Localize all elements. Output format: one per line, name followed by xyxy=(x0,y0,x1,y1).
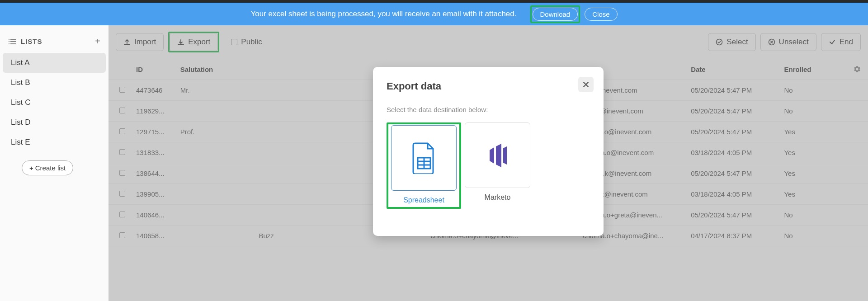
main-panel: Import Export Public Sel xyxy=(108,25,868,301)
close-banner-button[interactable]: Close xyxy=(585,8,617,21)
marketo-card[interactable] xyxy=(465,122,530,188)
sidebar-item-list-d[interactable]: List D xyxy=(0,113,108,132)
close-icon xyxy=(582,81,590,88)
lists-icon xyxy=(8,38,16,45)
spreadsheet-label: Spreadsheet xyxy=(403,196,444,204)
sidebar-title-label: LISTS xyxy=(21,38,42,45)
banner-message: Your excel sheet is being processed, you… xyxy=(250,9,516,19)
sidebar-title: LISTS xyxy=(8,38,42,45)
marketo-label: Marketo xyxy=(485,193,511,202)
sidebar-item-list-a[interactable]: List A xyxy=(3,53,106,73)
export-modal: Export data Select the data destination … xyxy=(373,67,604,236)
notification-banner: Your excel sheet is being processed, you… xyxy=(0,3,868,25)
close-modal-button[interactable] xyxy=(578,77,594,92)
sidebar-header: LISTS + xyxy=(0,30,108,53)
marketo-option[interactable]: Marketo xyxy=(465,122,530,209)
modal-subtitle: Select the data destination below: xyxy=(387,106,590,113)
create-list-label: Create list xyxy=(35,164,66,172)
download-highlight: Download xyxy=(530,5,580,23)
destination-row: Spreadsheet Marketo xyxy=(387,122,590,209)
download-button[interactable]: Download xyxy=(533,8,578,21)
spreadsheet-card[interactable] xyxy=(391,125,457,191)
modal-title: Export data xyxy=(387,80,590,92)
create-list-button[interactable]: + Create list xyxy=(22,160,73,175)
spreadsheet-option[interactable]: Spreadsheet xyxy=(391,125,457,204)
svg-marker-12 xyxy=(490,147,494,164)
banner-buttons: Download Close xyxy=(530,5,618,23)
sidebar-item-list-e[interactable]: List E xyxy=(0,132,108,152)
sidebar: LISTS + List A List B List C List D List… xyxy=(0,25,108,301)
sidebar-list: List A List B List C List D List E xyxy=(0,53,108,152)
content-area: LISTS + List A List B List C List D List… xyxy=(0,25,868,301)
svg-marker-14 xyxy=(503,146,507,165)
sidebar-item-list-b[interactable]: List B xyxy=(0,73,108,93)
spreadsheet-icon xyxy=(411,142,437,174)
sidebar-item-list-c[interactable]: List C xyxy=(0,93,108,113)
add-list-icon[interactable]: + xyxy=(95,36,100,47)
marketo-icon xyxy=(484,142,511,169)
plus-icon: + xyxy=(29,164,33,172)
svg-marker-13 xyxy=(496,144,501,167)
spreadsheet-highlight: Spreadsheet xyxy=(387,122,461,209)
